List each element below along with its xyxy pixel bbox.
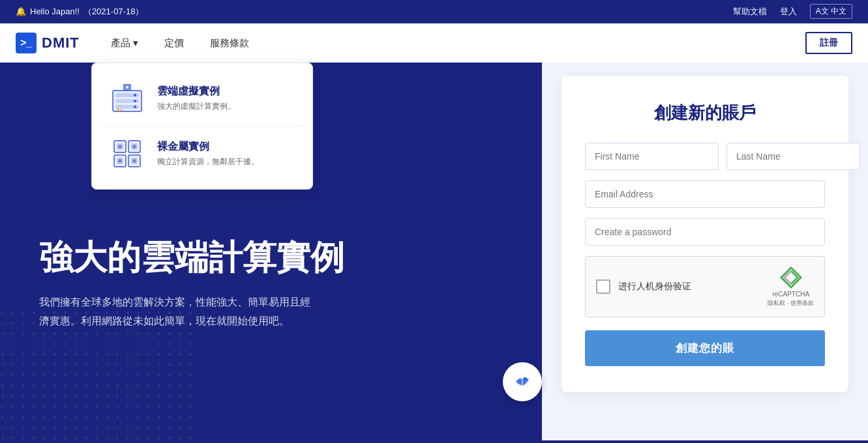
register-button[interactable]: 註冊 [805, 32, 852, 54]
bare-metal-text: 裸金屬實例 獨立計算資源，無鄰居干擾。 [157, 140, 259, 167]
dots-decoration [0, 310, 196, 440]
recaptcha-brand: reCAPTCHA [772, 291, 809, 298]
svg-point-26 [524, 377, 526, 380]
svg-point-8 [126, 86, 128, 89]
login-link[interactable]: 登入 [780, 6, 797, 18]
svg-point-10 [120, 109, 123, 111]
logo[interactable]: >_ DMIT [16, 33, 80, 53]
captcha-left: 进行人机身份验证 [596, 279, 691, 294]
svg-rect-24 [0, 310, 196, 440]
bell-icon: 🔔 [16, 7, 26, 16]
right-side: 創建新的賬戶 进行人机身份验证 [542, 63, 868, 440]
first-name-input[interactable] [585, 143, 719, 170]
logo-symbol: >_ [20, 37, 32, 49]
captcha-right: reCAPTCHA 隐私权 · 使用条款 [768, 266, 814, 307]
name-row [585, 143, 825, 170]
cloud-instance-icon [108, 79, 147, 118]
create-account-button[interactable]: 創建您的賬 [585, 330, 825, 366]
recaptcha-links: 隐私权 · 使用条款 [768, 299, 814, 307]
floating-bird-icon [503, 362, 542, 401]
cloud-instance-text: 雲端虛擬實例 強大的虛擬計算實例。 [157, 85, 235, 112]
dropdown-bare-metal[interactable]: 裸金屬實例 獨立計算資源，無鄰居干擾。 [100, 126, 305, 181]
language-button[interactable]: A文 中文 [810, 4, 852, 19]
captcha-label: 进行人机身份验证 [618, 281, 691, 293]
products-dropdown: 雲端虛擬實例 強大的虛擬計算實例。 裸金屬實例 獨立計算資源 [91, 63, 313, 190]
chevron-down-icon: ▾ [133, 37, 138, 49]
captcha-box: 进行人机身份验证 reCAPTCHA 隐私权 · 使用条款 [585, 256, 825, 317]
svg-point-6 [134, 106, 136, 108]
svg-point-20 [132, 145, 136, 149]
hero-title: 強大的雲端計算實例 [39, 237, 516, 278]
form-title: 創建新的賬戶 [585, 102, 825, 124]
svg-point-9 [117, 109, 119, 111]
logo-icon: >_ [16, 33, 37, 53]
logo-name: DMIT [42, 35, 80, 51]
dropdown-cloud-instance[interactable]: 雲端虛擬實例 強大的虛擬計算實例。 [100, 71, 305, 126]
svg-point-22 [132, 159, 136, 163]
announcement-left: 🔔 Hello Japan!! （2021-07-18） [16, 6, 143, 18]
nav-pricing[interactable]: 定價 [154, 32, 194, 55]
navbar: >_ DMIT 產品 ▾ 定價 服務條款 註冊 [0, 23, 868, 63]
nav-terms[interactable]: 服務條款 [200, 32, 260, 55]
lang-icon: A文 [816, 7, 829, 16]
recaptcha-icon [779, 266, 803, 289]
svg-point-5 [134, 100, 136, 102]
nav-items: 產品 ▾ 定價 服務條款 [100, 32, 805, 55]
help-link[interactable]: 幫助文檔 [733, 6, 767, 18]
announcement-date: （2021-07-18） [83, 6, 144, 18]
announcement-text: Hello Japan!! [30, 7, 80, 16]
last-name-input[interactable] [726, 143, 860, 170]
svg-point-21 [118, 159, 122, 163]
announcement-bar: 🔔 Hello Japan!! （2021-07-18） 幫助文檔 登入 A文 … [0, 0, 868, 23]
bare-metal-icon [108, 134, 147, 173]
lang-label: 中文 [831, 7, 846, 16]
password-input[interactable] [585, 218, 825, 246]
svg-point-19 [118, 145, 122, 149]
register-form: 創建新的賬戶 进行人机身份验证 [561, 76, 848, 392]
svg-point-4 [134, 94, 136, 96]
captcha-checkbox[interactable] [596, 279, 610, 294]
announcement-right: 幫助文檔 登入 A文 中文 [733, 4, 852, 19]
nav-products[interactable]: 產品 ▾ [100, 32, 149, 55]
email-input[interactable] [585, 180, 825, 208]
